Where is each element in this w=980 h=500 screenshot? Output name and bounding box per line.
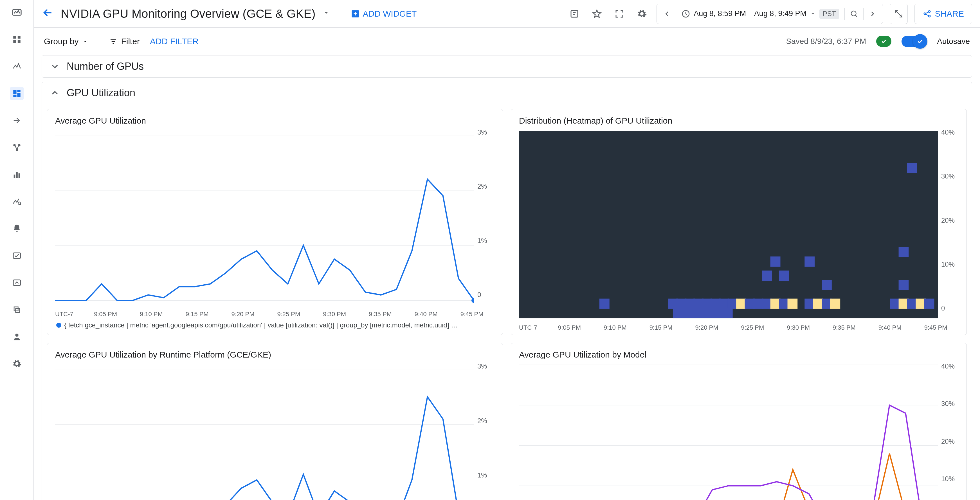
notes-icon[interactable]: [566, 6, 582, 22]
synthetic-icon[interactable]: [10, 276, 24, 289]
section-gpu-utilization: GPU Utilization Average GPU Utilization …: [41, 81, 972, 500]
svg-rect-19: [16, 308, 19, 313]
card-by-model: Average GPU Utilization by Model 40%30%2…: [511, 343, 967, 500]
svg-rect-6: [17, 90, 20, 92]
back-arrow-icon[interactable]: [41, 6, 54, 21]
y-axis: 40%30%20%10%0: [938, 127, 959, 323]
svg-rect-38: [685, 299, 695, 309]
line-chart-model[interactable]: [519, 361, 938, 500]
title-dropdown-icon[interactable]: [322, 9, 330, 19]
add-filter-button[interactable]: ADD FILTER: [150, 37, 199, 46]
group-by-button[interactable]: Group by: [44, 33, 99, 49]
overview-icon[interactable]: [10, 33, 24, 46]
svg-rect-65: [907, 163, 917, 173]
time-range-label: Aug 8, 8:59 PM – Aug 8, 9:49 PM: [694, 9, 807, 18]
filter-label: Filter: [121, 37, 140, 46]
plus-box-icon: [350, 9, 360, 19]
svg-rect-55: [805, 257, 815, 267]
bar-chart-icon[interactable]: [10, 168, 24, 181]
time-zoom-button[interactable]: [846, 4, 862, 24]
svg-rect-60: [890, 299, 900, 309]
svg-rect-17: [13, 280, 21, 286]
svg-rect-42: [719, 299, 729, 309]
card-avg-gpu-util: Average GPU Utilization 3%2%1%0 UTC-79:0…: [47, 109, 503, 335]
autosave-toggle[interactable]: [902, 36, 927, 47]
check-icon: [916, 37, 924, 45]
svg-rect-41: [711, 299, 721, 309]
svg-rect-50: [770, 257, 781, 267]
svg-point-33: [471, 298, 474, 303]
dashboards-icon[interactable]: [10, 87, 24, 100]
heatmap-chart[interactable]: [519, 127, 938, 323]
svg-rect-8: [13, 94, 16, 97]
autosave-label: Autosave: [937, 37, 970, 46]
svg-rect-3: [13, 40, 16, 43]
y-axis: 3%2%1%0: [474, 127, 495, 309]
chart-grid: Average GPU Utilization 3%2%1%0 UTC-79:0…: [42, 109, 972, 500]
line-chart-platform[interactable]: [55, 361, 474, 500]
section-title: Number of GPUs: [67, 61, 144, 72]
time-range-button[interactable]: Aug 8, 8:59 PM – Aug 8, 9:49 PM PST: [677, 4, 843, 24]
section-header-gpus[interactable]: Number of GPUs: [42, 56, 972, 77]
svg-rect-37: [676, 299, 686, 309]
section-header-util[interactable]: GPU Utilization: [42, 82, 972, 104]
filter-button[interactable]: Filter: [109, 37, 140, 46]
svg-rect-39: [694, 299, 703, 309]
svg-rect-34: [519, 131, 938, 318]
section-title: GPU Utilization: [67, 87, 135, 99]
chart-legend: { fetch gce_instance | metric 'agent.goo…: [55, 318, 495, 331]
chevron-up-icon: [50, 88, 60, 98]
svg-rect-68: [673, 308, 733, 318]
svg-rect-51: [779, 299, 789, 309]
time-next-button[interactable]: [865, 4, 880, 24]
legend-item[interactable]: { fetch gce_instance | metric 'agent.goo…: [56, 321, 458, 329]
fullscreen-icon[interactable]: [611, 6, 627, 22]
svg-point-20: [15, 334, 18, 337]
svg-point-11: [16, 149, 18, 151]
svg-rect-53: [788, 299, 798, 309]
chart-title: Distribution (Heatmap) of GPU Utilizatio…: [519, 116, 959, 126]
uptime-icon[interactable]: [10, 249, 24, 262]
add-widget-button[interactable]: ADD WIDGET: [350, 9, 417, 19]
share-label: SHARE: [935, 9, 964, 19]
time-prev-button[interactable]: [659, 4, 675, 24]
card-heatmap: Distribution (Heatmap) of GPU Utilizatio…: [511, 109, 967, 335]
svg-rect-36: [668, 299, 678, 309]
svg-rect-49: [770, 299, 781, 309]
svg-rect-64: [907, 299, 917, 309]
chart-title: Average GPU Utilization by Model: [519, 350, 959, 359]
clock-icon: [681, 9, 690, 18]
line-explore-icon[interactable]: [10, 195, 24, 208]
legend-label: { fetch gce_instance | metric 'agent.goo…: [64, 321, 458, 329]
section-number-of-gpus: Number of GPUs: [41, 55, 972, 78]
svg-rect-67: [924, 299, 934, 309]
page-header: NVIDIA GPU Monitoring Overview (GCE & GK…: [34, 0, 980, 27]
monitoring-logo-icon[interactable]: [10, 6, 24, 19]
gear-icon[interactable]: [634, 6, 650, 22]
auto-refresh-icon[interactable]: [890, 4, 908, 24]
saved-timestamp: Saved 8/9/23, 6:37 PM: [786, 37, 866, 46]
svg-point-25: [851, 11, 856, 16]
y-axis: 3%2%1%0: [474, 361, 495, 500]
timezone-badge: PST: [819, 9, 839, 19]
filter-icon: [109, 37, 118, 46]
x-axis: UTC-79:05 PM9:10 PM9:15 PM9:20 PM9:25 PM…: [519, 323, 959, 331]
chart-title: Average GPU Utilization: [55, 116, 495, 126]
y-axis: 40%30%20%10%0: [938, 361, 959, 500]
user-icon[interactable]: [10, 330, 24, 343]
svg-rect-58: [822, 280, 832, 290]
svg-rect-13: [16, 172, 18, 178]
groups-icon[interactable]: [10, 303, 24, 316]
services-icon[interactable]: [10, 141, 24, 154]
card-by-platform: Average GPU Utilization by Runtime Platf…: [47, 343, 503, 500]
svg-rect-7: [17, 93, 20, 97]
svg-rect-2: [18, 36, 20, 38]
alerting-icon[interactable]: [10, 222, 24, 235]
line-chart-avg[interactable]: [55, 127, 474, 309]
star-icon[interactable]: [589, 6, 605, 22]
svg-rect-59: [830, 299, 840, 309]
import-icon[interactable]: [10, 114, 24, 127]
settings-icon[interactable]: [10, 357, 24, 371]
metrics-explorer-icon[interactable]: [10, 60, 24, 73]
share-button[interactable]: SHARE: [915, 4, 972, 24]
